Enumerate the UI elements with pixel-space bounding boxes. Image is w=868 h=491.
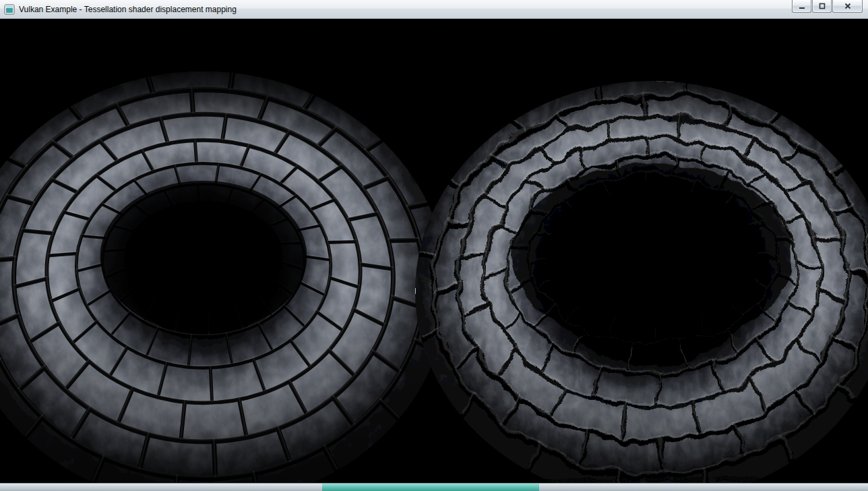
- render-viewport[interactable]: [0, 19, 868, 483]
- minimize-button[interactable]: [792, 0, 811, 13]
- window-bottom-frame: [0, 483, 868, 491]
- app-window: Vulkan Example - Tessellation shader dis…: [0, 0, 868, 491]
- close-button[interactable]: [832, 0, 863, 13]
- window-title: Vulkan Example - Tessellation shader dis…: [19, 5, 237, 14]
- app-icon: [4, 4, 15, 15]
- minimize-icon: [798, 2, 806, 10]
- maximize-icon: [818, 2, 826, 10]
- window-controls: [791, 0, 863, 13]
- scene-render[interactable]: [0, 19, 868, 483]
- glass-reflection: [322, 484, 539, 491]
- maximize-button[interactable]: [812, 0, 832, 13]
- titlebar[interactable]: Vulkan Example - Tessellation shader dis…: [0, 0, 868, 19]
- close-icon: [844, 2, 852, 10]
